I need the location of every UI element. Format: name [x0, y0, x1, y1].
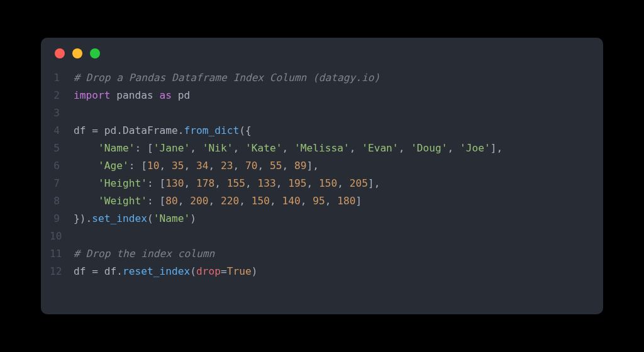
number: 130 [165, 177, 184, 189]
minimize-icon[interactable] [72, 48, 82, 58]
code-line: 11 # Drop the index column [50, 245, 603, 263]
punct: ({ [239, 124, 252, 136]
code-line: 8 'Weight': [80, 200, 220, 150, 140, 95,… [50, 192, 603, 210]
code-editor: 1 # Drop a Pandas Dataframe Index Column… [41, 69, 603, 280]
comma: , [245, 177, 258, 189]
number: 205 [350, 177, 368, 189]
line-number: 10 [50, 228, 74, 245]
code-line: 10 [50, 228, 603, 245]
code-line: 5 'Name': ['Jane', 'Nik', 'Kate', 'Melis… [50, 140, 603, 157]
code-line: 7 'Height': [130, 178, 155, 133, 195, 15… [50, 175, 603, 192]
punct: ], [368, 177, 380, 189]
comma: , [448, 142, 460, 154]
comma: , [190, 142, 203, 154]
line-number: 2 [50, 87, 74, 104]
close-icon[interactable] [55, 48, 65, 58]
string: 'Joe' [460, 142, 491, 154]
punct: : [ [147, 177, 165, 189]
string: 'Kate' [245, 142, 282, 154]
comma: , [282, 160, 294, 172]
comma: , [399, 142, 411, 154]
zoom-icon[interactable] [90, 48, 100, 58]
dot: . [116, 265, 123, 277]
comma: , [159, 160, 172, 172]
line-number: 6 [50, 157, 74, 175]
code-content: 'Height': [130, 178, 155, 133, 195, 150,… [74, 175, 380, 192]
code-line: 4 df = pd.DataFrame.from_dict({ [50, 122, 603, 140]
named-param: drop [196, 265, 221, 277]
punct: : [ [147, 195, 165, 207]
keyword-import: import [74, 89, 110, 101]
number: 150 [319, 177, 337, 189]
line-number: 11 [50, 245, 74, 263]
line-number: 8 [50, 192, 74, 210]
number: 23 [221, 160, 233, 172]
comment: # Drop the index column [74, 248, 214, 260]
number: 35 [172, 160, 184, 172]
number: 89 [294, 160, 307, 172]
comma: , [337, 177, 350, 189]
punct: : [ [135, 142, 153, 154]
comma: , [306, 177, 319, 189]
line-number: 12 [50, 263, 74, 280]
code-line: 6 'Age': [10, 35, 34, 23, 70, 55, 89], [50, 157, 603, 175]
code-content: df = pd.DataFrame.from_dict({ [74, 122, 252, 140]
number: 34 [196, 160, 209, 172]
dot: . [178, 124, 184, 136]
code-line: 3 [50, 104, 603, 122]
number: 80 [165, 195, 178, 207]
comma: , [325, 195, 338, 207]
module-alias: pd [178, 89, 191, 101]
line-number: 3 [50, 104, 74, 122]
variable: pd [104, 124, 117, 136]
code-content: }).set_index('Name') [74, 210, 196, 228]
keyword-as: as [159, 89, 172, 101]
comma: , [257, 160, 270, 172]
number: 195 [288, 177, 306, 189]
string: 'Jane' [153, 142, 190, 154]
comma: , [282, 142, 294, 154]
dot: . [116, 124, 123, 136]
variable: df [74, 265, 86, 277]
comma: , [208, 160, 221, 172]
string-key: 'Name' [98, 142, 135, 154]
number: 55 [270, 160, 282, 172]
punct: ( [190, 265, 196, 277]
operator: = [86, 265, 104, 277]
string: 'Nik' [203, 142, 233, 154]
comma: , [350, 142, 362, 154]
punct: ) [190, 212, 196, 224]
line-number: 7 [50, 175, 74, 192]
comma: , [276, 177, 289, 189]
titlebar [41, 38, 603, 69]
line-number: 1 [50, 69, 74, 87]
string-key: 'Weight' [98, 195, 147, 207]
code-line: 2 import pandas as pd [50, 87, 603, 104]
punct: ], [306, 160, 319, 172]
code-content: # Drop the index column [74, 245, 214, 263]
comment: # Drop a Pandas Dataframe Index Column (… [74, 72, 380, 84]
code-line: 1 # Drop a Pandas Dataframe Index Column… [50, 69, 603, 87]
comma: , [208, 195, 221, 207]
variable: df [74, 124, 86, 136]
number: 150 [252, 195, 270, 207]
number: 70 [245, 160, 258, 172]
number: 140 [282, 195, 300, 207]
string: 'Name' [153, 212, 190, 224]
boolean: True [227, 265, 252, 277]
code-content: 'Name': ['Jane', 'Nik', 'Kate', 'Melissa… [74, 140, 502, 157]
punct: }). [74, 212, 92, 224]
class-name: DataFrame [123, 124, 178, 136]
string-key: 'Age' [98, 160, 129, 172]
number: 200 [190, 195, 208, 207]
line-number: 9 [50, 210, 74, 228]
line-number: 4 [50, 122, 74, 140]
code-window: 1 # Drop a Pandas Dataframe Index Column… [41, 38, 603, 314]
comma: , [184, 160, 196, 172]
string: 'Evan' [362, 142, 398, 154]
punct: ], [491, 142, 503, 154]
operator: = [221, 265, 227, 277]
comma: , [239, 195, 252, 207]
comma: , [301, 195, 313, 207]
code-content: # Drop a Pandas Dataframe Index Column (… [74, 69, 380, 87]
